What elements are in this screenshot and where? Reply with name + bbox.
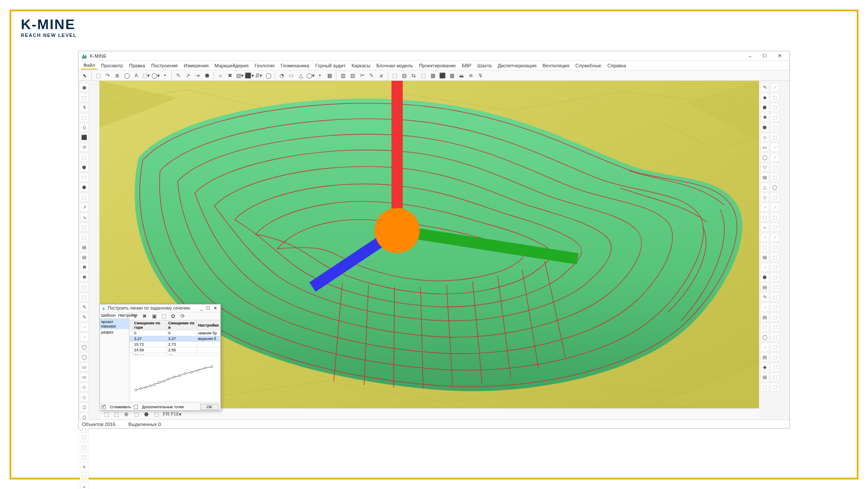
menu-правка[interactable]: Правка xyxy=(127,62,147,69)
section-cell[interactable]: 28.14 xyxy=(133,353,167,355)
left-tool-36[interactable]: ⬚ xyxy=(80,443,89,451)
right-tool-60[interactable]: ⬚ xyxy=(760,383,769,391)
right-tool-8[interactable]: ⬣ xyxy=(760,123,769,132)
toolbar-btn-11[interactable]: ⇥ xyxy=(193,71,202,80)
maximize-button[interactable]: ☐ xyxy=(757,52,772,60)
right-tool-13[interactable]: ⟋ xyxy=(770,143,779,152)
right-tool-4[interactable]: ⬣ xyxy=(760,103,769,112)
right-tool-37[interactable]: ⬚ xyxy=(770,263,779,271)
right-tool-54[interactable]: ▤ xyxy=(760,353,769,361)
left-tool-3[interactable]: ⬚ xyxy=(80,113,89,122)
left-tool-1[interactable]: ⬚ xyxy=(80,93,89,102)
vbottom-tool-4[interactable]: ⬣ xyxy=(142,410,151,419)
section-col[interactable]: Настройки xyxy=(197,320,220,330)
section-cell[interactable]: 2.73 xyxy=(167,342,197,347)
section-col[interactable]: Смещение по гори xyxy=(133,320,167,330)
left-tool-12[interactable]: ↗ xyxy=(80,203,89,211)
right-tool-9[interactable]: ⬚ xyxy=(770,123,779,132)
vbottom-tool-3[interactable]: ⬚ xyxy=(132,410,141,419)
right-tool-15[interactable]: ⟋ xyxy=(770,153,779,162)
left-tool-27[interactable]: ◯ xyxy=(80,353,89,361)
panel-titlebar[interactable]: ▲ Построить линию по заданному сечению _… xyxy=(100,304,220,312)
section-cell[interactable]: 2.56 xyxy=(167,347,197,353)
right-tool-5[interactable]: ⬚ xyxy=(770,103,779,112)
left-tool-24[interactable]: ⟋ xyxy=(80,323,89,331)
right-tool-46[interactable]: ▤ xyxy=(760,313,769,321)
left-tool-17[interactable]: ▤ xyxy=(80,253,89,261)
left-tool-6[interactable]: ⟳ xyxy=(80,143,89,152)
right-tool-22[interactable]: ◇ xyxy=(760,193,769,202)
right-tool-12[interactable]: ▭ xyxy=(760,143,769,152)
left-tool-30[interactable]: ◇ xyxy=(80,383,89,391)
toolbar-btn-10[interactable]: ↗ xyxy=(184,71,192,80)
left-tool-32[interactable]: ◻ xyxy=(80,403,89,411)
section-cell[interactable]: 24.89 xyxy=(133,347,167,353)
right-tool-27[interactable]: ⬚ xyxy=(770,213,779,221)
section-cell[interactable] xyxy=(197,353,220,355)
toolbar-btn-38[interactable]: ≋ xyxy=(467,71,475,80)
toolbar-btn-0[interactable]: ⬉ xyxy=(80,71,89,80)
right-tool-32[interactable]: ⬚ xyxy=(760,243,769,251)
right-tool-36[interactable]: ⟋ xyxy=(760,263,769,271)
right-tool-53[interactable]: ⬚ xyxy=(770,343,779,351)
right-tool-49[interactable]: ⬚ xyxy=(770,323,779,331)
template-item[interactable]: проект карьера xyxy=(100,319,129,329)
left-tool-28[interactable]: ▭ xyxy=(80,363,89,371)
right-tool-24[interactable]: ⟋ xyxy=(760,203,769,211)
menu-диспетчеризация[interactable]: Диспетчеризация xyxy=(496,62,539,69)
right-tool-31[interactable]: ⟋ xyxy=(770,233,779,241)
menu-геомеханика[interactable]: Геомеханика xyxy=(279,62,312,69)
toolbar-btn-15[interactable]: ▤▾ xyxy=(235,71,244,80)
toolbar-btn-39[interactable]: ↯ xyxy=(476,71,485,80)
toolbar-btn-17[interactable]: ⇵▾ xyxy=(254,71,263,80)
section-cell[interactable] xyxy=(130,353,133,355)
right-tool-6[interactable]: ✖ xyxy=(760,113,769,122)
right-tool-43[interactable]: ⬚ xyxy=(770,293,779,301)
right-tool-14[interactable]: ◯ xyxy=(760,153,769,162)
menu-шахта[interactable]: Шахта xyxy=(475,62,494,69)
menu-измерения[interactable]: Измерения xyxy=(182,62,211,69)
left-tool-14[interactable]: ⬚ xyxy=(80,223,89,231)
panel-maximize[interactable]: ☐ xyxy=(204,306,212,311)
menu-каркасы[interactable]: Каркасы xyxy=(349,62,372,69)
smooth-checkbox[interactable] xyxy=(102,405,106,409)
toolbar-btn-29[interactable]: ⌀ xyxy=(377,71,385,80)
section-table[interactable]: Смещение по гориСмещение по вНастройки 0… xyxy=(129,320,220,355)
toolbar-btn-36[interactable]: ▦ xyxy=(447,71,456,80)
toolbar-btn-23[interactable]: • xyxy=(316,71,324,80)
right-tool-41[interactable]: ⬚ xyxy=(770,283,779,291)
right-tool-2[interactable]: ◆ xyxy=(760,93,769,102)
right-tool-35[interactable]: ⬚ xyxy=(770,253,779,261)
menu-вентиляция[interactable]: Вентиляция xyxy=(540,62,572,69)
panel-tb-2[interactable]: ▣ xyxy=(150,312,158,320)
right-tool-20[interactable]: △ xyxy=(760,183,769,192)
right-tool-33[interactable]: ⬚ xyxy=(770,243,779,251)
menu-горный аудит[interactable]: Горный аудит xyxy=(313,62,348,69)
left-tool-31[interactable]: ◇ xyxy=(80,393,89,401)
left-tool-22[interactable]: ✎ xyxy=(80,303,89,311)
toolbar-btn-9[interactable]: ✎ xyxy=(174,71,183,80)
section-col[interactable]: Смещение по в xyxy=(167,320,197,330)
section-line-panel[interactable]: ▲ Построить линию по заданному сечению _… xyxy=(99,304,221,411)
left-tool-4[interactable]: ⎙ xyxy=(80,123,89,132)
viewport-3d[interactable]: Z ⬚⬚⊕⬚⬣⬚FRFIX▾ ▲ Построить линию по зада… xyxy=(99,81,759,420)
toolbar-btn-21[interactable]: △ xyxy=(296,71,305,80)
left-tool-10[interactable]: ⬣ xyxy=(80,183,89,192)
section-row[interactable]: 28.1412 xyxy=(130,353,220,355)
right-tool-29[interactable]: ⬚ xyxy=(770,223,779,231)
right-tool-52[interactable]: ⟋ xyxy=(760,343,769,351)
panel-tb-1[interactable]: ✖ xyxy=(140,312,149,320)
vbottom-tool-5[interactable]: ⬚ xyxy=(152,410,161,419)
left-tool-39[interactable]: ⬚ xyxy=(80,472,89,481)
toolbar-btn-3[interactable]: ≣ xyxy=(113,71,122,80)
toolbar-btn-13[interactable]: ☼ xyxy=(216,71,225,80)
toolbar-btn-25[interactable]: ▥ xyxy=(339,71,347,80)
section-cell[interactable]: 0 xyxy=(133,330,167,336)
right-tool-57[interactable]: ⬚ xyxy=(770,363,779,371)
right-tool-23[interactable]: ⬚ xyxy=(770,193,779,202)
toolbar-btn-5[interactable]: A xyxy=(132,71,141,80)
section-cell[interactable] xyxy=(197,342,220,347)
left-tool-11[interactable]: ⬚ xyxy=(80,193,89,202)
panel-tb-4[interactable]: ✿ xyxy=(169,312,178,320)
right-tool-1[interactable]: ⟋ xyxy=(770,83,779,92)
